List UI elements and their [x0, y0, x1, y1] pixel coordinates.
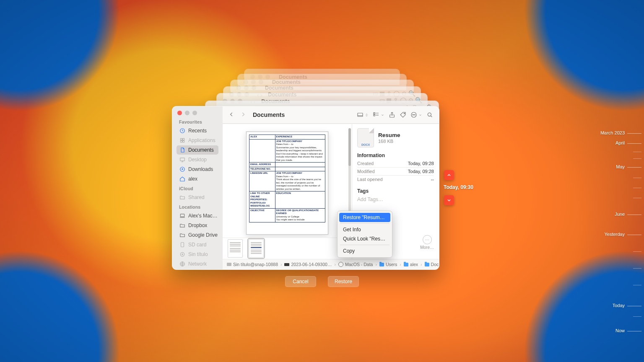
- timeline-up-button[interactable]: [444, 170, 454, 180]
- main-area: Documents ALEXEXPERIENCE JOB TITLE/COMPA…: [223, 106, 439, 269]
- thumbnail[interactable]: [249, 239, 264, 258]
- sidebar: Favourites Recents Applications Document…: [172, 106, 223, 269]
- add-tags-field[interactable]: Add Tags…: [357, 197, 434, 202]
- restore-button[interactable]: Restore: [328, 276, 359, 287]
- home-icon: [179, 176, 185, 182]
- svg-rect-8: [181, 243, 184, 247]
- folder-icon: [425, 263, 429, 266]
- sidebar-item-network[interactable]: Network: [177, 259, 218, 269]
- thumbnail-strip: [223, 238, 352, 259]
- disk-icon: [338, 262, 343, 267]
- folder-icon: [179, 222, 185, 228]
- svg-point-9: [180, 252, 184, 256]
- menu-item-restore-to[interactable]: Restore "Resume" to…: [339, 213, 390, 222]
- forward-button[interactable]: [240, 111, 246, 119]
- path-item[interactable]: 2023-06-14-09300…: [284, 262, 332, 267]
- sidebar-item-downloads[interactable]: Downloads: [177, 165, 218, 174]
- globe-icon: [179, 261, 185, 267]
- svg-rect-3: [180, 141, 182, 142]
- menu-item-get-info[interactable]: Get Info: [339, 225, 390, 234]
- sidebar-item-recents[interactable]: Recents: [177, 126, 218, 135]
- path-item[interactable]: Users: [379, 262, 397, 267]
- timemachine-buttons: Cancel Restore: [285, 276, 359, 287]
- tag-button[interactable]: [400, 111, 406, 118]
- svg-rect-5: [180, 158, 185, 161]
- finder-window: Favourites Recents Applications Document…: [172, 106, 439, 270]
- file-size: 168 KB: [378, 139, 400, 144]
- svg-rect-7: [180, 214, 184, 217]
- sidebar-header-icloud: iCloud: [179, 186, 220, 191]
- action-button[interactable]: [410, 111, 422, 118]
- sidebar-item-applications[interactable]: Applications: [177, 136, 218, 145]
- menu-item-quick-look[interactable]: Quick Look "Resume": [339, 234, 390, 243]
- svg-point-20: [415, 114, 415, 115]
- sidebar-item-documents[interactable]: Documents: [177, 145, 218, 155]
- thumbnail[interactable]: [228, 239, 243, 258]
- toolbar: Documents: [223, 106, 439, 124]
- svg-point-10: [182, 254, 183, 255]
- path-bar[interactable]: Sin título@snap-10888› 2023-06-14-09300……: [223, 259, 439, 269]
- minimize-icon[interactable]: [185, 111, 190, 115]
- sdcard-icon: [179, 242, 185, 248]
- path-item[interactable]: Documents: [425, 262, 439, 267]
- more-button[interactable]: ⋯ More…: [420, 235, 434, 250]
- image-icon: [227, 263, 231, 266]
- sidebar-item-dropbox[interactable]: Dropbox: [177, 221, 218, 230]
- info-heading: Information: [357, 153, 434, 158]
- search-button[interactable]: [426, 111, 433, 118]
- sidebar-item-untitled[interactable]: Sin título: [177, 250, 218, 259]
- svg-rect-4: [183, 141, 184, 142]
- svg-rect-14: [374, 114, 375, 116]
- sidebar-item-shared[interactable]: Shared: [177, 193, 218, 202]
- chevron-down-icon: [418, 112, 422, 118]
- chevron-updown-icon: [365, 112, 369, 118]
- group-button[interactable]: [373, 111, 384, 118]
- info-row-opened: Last opened--: [357, 176, 434, 183]
- drive-icon: [284, 263, 289, 266]
- desktop-icon: [179, 157, 185, 163]
- svg-rect-2: [183, 138, 184, 140]
- sidebar-item-home[interactable]: alex: [177, 174, 218, 184]
- view-button[interactable]: [357, 111, 369, 118]
- svg-point-18: [413, 114, 413, 115]
- svg-point-16: [404, 113, 405, 114]
- share-button[interactable]: [389, 111, 395, 118]
- path-item[interactable]: alex: [404, 262, 418, 267]
- laptop-icon: [179, 213, 185, 219]
- file-name: Resume: [378, 132, 400, 138]
- apps-icon: [179, 137, 185, 143]
- sidebar-header-favourites: Favourites: [179, 119, 220, 124]
- preview-area[interactable]: ALEXEXPERIENCE JOB TITLE/COMPANYDates fr…: [223, 124, 352, 238]
- menu-item-copy[interactable]: Copy: [339, 246, 390, 256]
- timeline-current-label: Today, 09:30: [444, 184, 473, 190]
- window-title: Documents: [253, 111, 285, 118]
- sidebar-item-mac[interactable]: Alex's Mac…: [177, 211, 218, 220]
- ellipsis-icon: ⋯: [423, 235, 432, 244]
- folder-icon: [179, 232, 185, 238]
- sidebar-item-desktop[interactable]: Desktop: [177, 155, 218, 164]
- sidebar-item-gdrive[interactable]: Google Drive: [177, 230, 218, 240]
- svg-point-21: [428, 113, 431, 116]
- back-button[interactable]: [229, 111, 234, 119]
- document-preview: ALEXEXPERIENCE JOB TITLE/COMPANYDates fr…: [246, 132, 328, 235]
- cancel-button[interactable]: Cancel: [285, 276, 316, 287]
- preview-scrollbar[interactable]: [348, 128, 351, 220]
- document-icon: [179, 147, 185, 153]
- window-controls[interactable]: [177, 111, 220, 115]
- svg-point-19: [413, 114, 414, 115]
- tags-heading: Tags: [357, 188, 434, 194]
- path-item[interactable]: MacOS - Data: [338, 262, 373, 267]
- close-icon[interactable]: [177, 111, 182, 115]
- path-item[interactable]: Sin título@snap-10888: [227, 262, 278, 267]
- sidebar-item-sdcard[interactable]: SD card: [177, 240, 218, 249]
- svg-rect-13: [374, 113, 375, 114]
- disk-icon: [179, 251, 185, 257]
- folder-icon: [179, 194, 185, 200]
- file-icon: DOCX: [357, 128, 374, 147]
- zoom-icon[interactable]: [192, 111, 197, 115]
- timeline-down-button[interactable]: [444, 195, 454, 205]
- context-menu: Restore "Resume" to… Get Info Quick Look…: [337, 211, 392, 258]
- folder-icon: [404, 263, 408, 266]
- svg-rect-1: [180, 138, 182, 140]
- info-row-modified: ModifiedToday, 09:28: [357, 168, 434, 176]
